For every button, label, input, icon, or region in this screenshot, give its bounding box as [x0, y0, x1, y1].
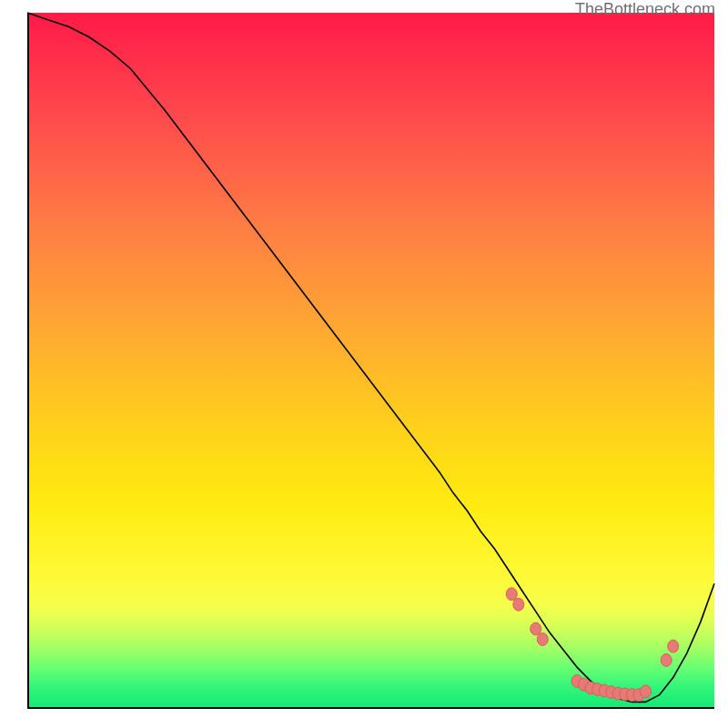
- chart-gradient-background: [27, 13, 714, 709]
- watermark-text: TheBottleneck.com: [575, 0, 715, 19]
- chart-stage: TheBottleneck.com: [0, 0, 728, 728]
